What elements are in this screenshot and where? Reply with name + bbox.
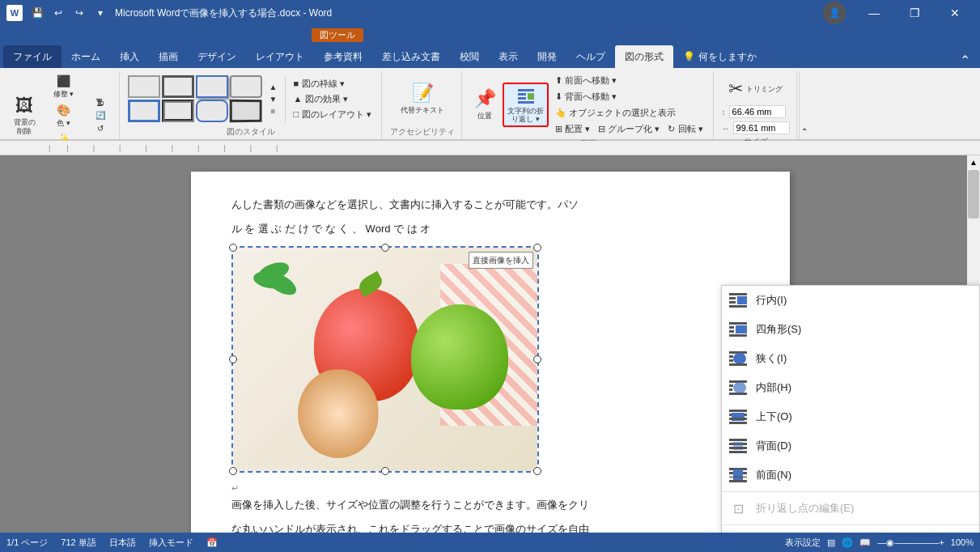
change-picture-btn[interactable]: 🔄: [88, 109, 112, 121]
zoom-slider[interactable]: —◉—————+: [877, 537, 944, 548]
maximize-btn[interactable]: ❐: [896, 0, 933, 26]
behind-icon: [728, 438, 748, 454]
send-backward-btn[interactable]: ⬇ 背面へ移動 ▾: [552, 89, 706, 104]
doc-text-2: ル を 選 ぶ だ け で な く 、 Word で は オ: [231, 220, 749, 238]
menu-item-tight[interactable]: 狭く(I): [722, 344, 979, 373]
svg-rect-38: [729, 476, 747, 478]
compress-btn[interactable]: 🗜: [88, 96, 112, 108]
style-5[interactable]: [128, 100, 160, 122]
tab-mailings[interactable]: 差し込み文書: [372, 45, 450, 68]
style-4[interactable]: [230, 75, 262, 98]
tab-view[interactable]: 表示: [489, 45, 528, 68]
account-button[interactable]: 👤: [823, 2, 846, 24]
apple-green: [411, 304, 508, 410]
style-1[interactable]: [128, 75, 160, 98]
title-bar-left: W 💾 ↩ ↪ ▾ Microsoft Wordで画像を挿入する場合.docx …: [6, 3, 332, 23]
save-quick-btn[interactable]: 💾: [28, 3, 47, 23]
color-btn[interactable]: 🎨 色 ▾: [40, 102, 87, 130]
image-container[interactable]: 直接画像を挿入: [231, 246, 539, 473]
picture-border-btn[interactable]: ■ 図の枠線 ▾: [291, 76, 375, 91]
menu-behind-label: 背面(D): [756, 439, 791, 453]
reset-picture-btn[interactable]: ↺: [88, 122, 112, 134]
rotate-btn[interactable]: ↻ 回転 ▾: [664, 121, 706, 137]
bring-forward-btn[interactable]: ⬆ 前面へ移動 ▾: [552, 73, 706, 88]
expand-ribbon-btn[interactable]: ⌃: [801, 127, 808, 136]
tab-file[interactable]: ファイル: [3, 45, 62, 68]
crop-btn[interactable]: ✂ トリミング: [722, 76, 790, 102]
handle-br[interactable]: [533, 467, 541, 475]
tab-insert[interactable]: 挿入: [110, 45, 149, 68]
wrap-text-btn[interactable]: 文字列の折り返し ▾: [503, 83, 549, 128]
undo-btn[interactable]: ↩: [49, 3, 68, 23]
handle-mr[interactable]: [533, 355, 541, 363]
tab-layout[interactable]: レイアウト: [246, 45, 314, 68]
correction-btn[interactable]: ⬛ 修整 ▾: [40, 73, 87, 101]
handle-tr[interactable]: [533, 244, 541, 252]
handle-tl[interactable]: [229, 244, 237, 252]
green-plant: [249, 264, 306, 312]
svg-rect-16: [729, 355, 733, 358]
tab-picture-format[interactable]: 図の形式: [615, 45, 673, 68]
tab-review[interactable]: 校閲: [450, 45, 489, 68]
ribbon-group-styles: ▲ ▼ ≡ ■ 図の枠線 ▾ ▲ 図の効果 ▾ □ 図のレイアウト ▾ 図のスタ…: [121, 71, 383, 139]
accessibility-label: アクセシビリティ: [390, 125, 455, 138]
position-btn[interactable]: 📌 位置: [470, 86, 499, 124]
view-normal-btn[interactable]: ▤: [827, 537, 835, 548]
style-8[interactable]: [229, 100, 261, 122]
width-input[interactable]: [733, 121, 790, 134]
ribbon-group-adjust: 🖼 背景の削除 ⬛ 修整 ▾ 🎨 色 ▾ ✨ アート効果 ▾: [3, 71, 120, 139]
qa-dropdown-btn[interactable]: ▾: [91, 3, 110, 23]
svg-rect-10: [729, 322, 747, 325]
image-caption: 直接画像を挿入: [469, 252, 533, 269]
tab-draw[interactable]: 描画: [149, 45, 188, 68]
handle-ml[interactable]: [229, 355, 237, 363]
style-2[interactable]: [162, 75, 194, 98]
styles-more-up-btn[interactable]: ▲: [265, 82, 282, 92]
tab-developer[interactable]: 開発: [528, 45, 566, 68]
view-read-btn[interactable]: 📖: [859, 537, 871, 548]
tab-help[interactable]: ヘルプ: [566, 45, 615, 68]
scroll-up-btn[interactable]: ▲: [967, 155, 980, 168]
height-input[interactable]: [729, 105, 786, 118]
svg-rect-0: [518, 89, 534, 91]
svg-rect-5: [729, 293, 747, 295]
style-7[interactable]: [196, 100, 228, 122]
collapse-ribbon-btn[interactable]: ⌃: [953, 53, 977, 68]
tab-home[interactable]: ホーム: [62, 45, 110, 68]
minimize-btn[interactable]: —: [855, 0, 893, 26]
language: 日本語: [109, 537, 136, 549]
group-btn[interactable]: ⊟ グループ化 ▾: [595, 121, 663, 137]
menu-item-front[interactable]: 前面(N): [722, 461, 979, 490]
style-6[interactable]: [162, 100, 194, 122]
handle-tm[interactable]: [381, 244, 389, 252]
close-btn[interactable]: ✕: [936, 0, 974, 26]
style-3[interactable]: [196, 75, 228, 98]
handle-bm[interactable]: [381, 467, 389, 475]
menu-item-through[interactable]: 内部(H): [722, 373, 979, 402]
tab-references[interactable]: 参考資料: [314, 45, 372, 68]
display-settings[interactable]: 表示設定: [785, 537, 821, 549]
view-web-btn[interactable]: 🌐: [842, 537, 853, 548]
alt-text-btn[interactable]: 📝 代替テキスト: [397, 80, 448, 118]
styles-expand-btn[interactable]: ≡: [265, 106, 282, 117]
align-btn[interactable]: ⊞ 配置 ▾: [552, 121, 593, 137]
tab-search[interactable]: 💡何をしますか: [673, 45, 766, 68]
svg-rect-6: [729, 297, 736, 299]
doc-text-4: 画像を挿入した後、サイズや位置の調整を行うことができます。画像をクリ: [231, 496, 749, 514]
redo-btn[interactable]: ↪: [70, 3, 89, 23]
inline-icon: [728, 292, 748, 308]
handle-bl[interactable]: [229, 467, 237, 475]
remove-background-btn[interactable]: 🖼 背景の削除: [10, 93, 39, 138]
styles-more-down-btn[interactable]: ▼: [265, 94, 282, 104]
tab-design[interactable]: デザイン: [188, 45, 246, 68]
menu-item-square[interactable]: 四角形(S): [722, 315, 979, 344]
picture-effect-btn[interactable]: ▲ 図の効果 ▾: [291, 91, 375, 107]
menu-separator-2: [722, 524, 979, 525]
menu-item-inline[interactable]: 行内(I): [722, 286, 979, 315]
menu-item-topbottom[interactable]: 上下(O): [722, 402, 979, 431]
picture-layout-btn[interactable]: □ 図のレイアウト ▾: [291, 107, 375, 122]
scroll-thumb[interactable]: [968, 170, 979, 219]
svg-rect-37: [733, 469, 743, 481]
selection-pane-btn[interactable]: 👆 オブジェクトの選択と表示: [552, 105, 706, 121]
menu-item-behind[interactable]: 背面(D): [722, 431, 979, 461]
